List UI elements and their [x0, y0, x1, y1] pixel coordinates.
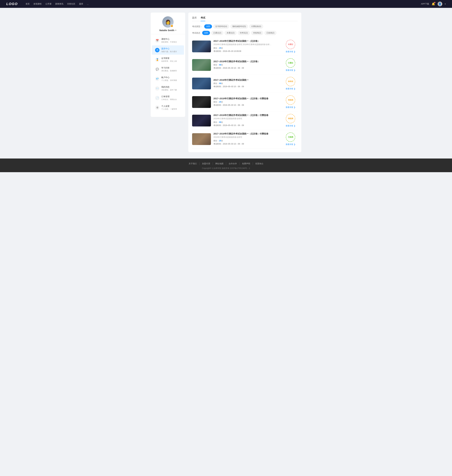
- filter-status-label: 考试状态: [192, 32, 200, 34]
- filter-status-tag-2[interactable]: 未通过(2): [225, 31, 237, 35]
- exam-actions-1: 已通过 查看详情 ❯: [283, 58, 298, 72]
- filter-status-tag-5[interactable]: 已批阅(2): [265, 31, 277, 35]
- filter-type-tag-2[interactable]: 随机抽题考试(5): [230, 24, 248, 29]
- avatar[interactable]: 👤: [438, 2, 442, 6]
- exam-score-0: 得分：25分: [213, 47, 281, 49]
- nav-link-more[interactable]: ...: [87, 3, 89, 5]
- sidebar-item-3[interactable]: 💬 学习问答 课后重温、疑难解答: [152, 65, 184, 74]
- nav-link-qa[interactable]: 问答社区: [67, 2, 75, 5]
- exam-score-3: 得分：25分: [213, 101, 281, 103]
- filter-type-tag-0[interactable]: 全部: [204, 24, 212, 29]
- filter-type-tags: 全部证书类考试(4)随机抽题考试(5)付费批卷(6): [204, 24, 263, 29]
- exam-detail-link-3[interactable]: 查看详情 ❯: [286, 106, 295, 109]
- filter-status-tag-3[interactable]: 待考试(2): [238, 31, 250, 35]
- logo[interactable]: LOGO: [6, 2, 18, 6]
- exam-detail-link-5[interactable]: 查看详情 ❯: [286, 143, 295, 146]
- filter-type-tag-1[interactable]: 证书类考试(4): [213, 24, 229, 29]
- sidebar-item-sub-6: 订单支出、明明白白: [161, 98, 181, 101]
- sidebar-item-5[interactable]: 📨 我的消息 消息通知、及时了解: [152, 84, 184, 93]
- exam-score-1: 得分：99分: [213, 64, 281, 66]
- avatar-wrap: 👩 🏆: [162, 16, 173, 28]
- exam-stamp-3: 待批阅: [286, 95, 295, 105]
- sidebar-item-sub-4: 个人权益、实时掌握: [161, 79, 181, 82]
- nav-link-news[interactable]: 新闻资讯: [55, 2, 63, 5]
- exam-thumb-4: [192, 115, 211, 126]
- footer-copyright: Copyright© 云朵商学院 版权所有 京ICP备17051340号－1: [0, 167, 452, 170]
- filter-status-tag-0[interactable]: 全部: [202, 31, 210, 35]
- sidebar-item-0[interactable]: 📅 课程中心 精彩课程、不容错过: [152, 36, 184, 45]
- exam-time-2: 考试时间：2019–05–03 10：09：09: [213, 85, 281, 88]
- filter-type-tag-3[interactable]: 付费批卷(6): [249, 24, 263, 29]
- sidebar-item-sub-3: 课后重温、疑难解答: [161, 70, 181, 72]
- exam-info-5: 2017–2018年行测证件考试全国统一（北京卷）付费批卷 2018年行测考试是…: [213, 132, 281, 146]
- sidebar-item-4[interactable]: 💎 账户中心 个人权益、实时掌握: [152, 74, 184, 83]
- nav-links: 首页 发现课程 公开课 新闻资讯 问答社区 题库 ...: [26, 2, 416, 5]
- exam-thumb-2: [192, 78, 211, 89]
- exam-time-1: 考试时间：2019–05–03 10：09：09: [213, 67, 281, 69]
- exam-info-3: 2017–2018年行测证件考试全国统一（北京卷）付费批卷 得分：25分 考试时…: [213, 97, 281, 107]
- exam-thumb-5: [192, 133, 211, 145]
- nav-bell-button[interactable]: 🔔: [432, 2, 435, 6]
- exam-stamp-4: 待批阅: [286, 114, 295, 123]
- exam-detail-link-2[interactable]: 查看详情 ❯: [286, 88, 295, 90]
- nav-link-bank[interactable]: 题库: [79, 2, 83, 5]
- exam-title-1: 2017–2018年行测证件考试全国统一（北京卷）: [213, 60, 281, 63]
- exam-detail-link-4[interactable]: 查看详情 ❯: [286, 125, 295, 127]
- filter-status-tag-4[interactable]: 待批阅(2): [251, 31, 263, 35]
- tab-bank[interactable]: 题库: [192, 16, 197, 21]
- sidebar-item-6[interactable]: 📄 订单管理 订单支出、明明白白: [152, 93, 184, 102]
- footer-link-2[interactable]: 网站地图: [213, 162, 226, 165]
- nav-app-download[interactable]: APP下载: [421, 2, 429, 5]
- footer-link-1[interactable]: 加盟代理: [199, 162, 213, 165]
- exam-detail-link-0[interactable]: 查看详情 ❯: [286, 50, 295, 53]
- exam-time-3: 考试时间：2019–05–03 10：09：09: [213, 104, 281, 107]
- exam-detail-link-1[interactable]: 查看详情 ❯: [286, 69, 295, 72]
- sidebar-item-icon-1: ☰: [155, 48, 160, 52]
- table-row: 2017–2018年行测证件考试全国统一（北京卷）付费批卷 得分：25分 考试时…: [192, 93, 298, 111]
- sidebar-item-text-4: 账户中心 个人权益、实时掌握: [161, 76, 181, 82]
- exam-list: 2017–2018年行测证件考试全国统一（北京卷） 2018年行测考试是最值得多…: [192, 37, 298, 149]
- exam-desc-0: 2018年行测考试是最值得多去研究 2018年行测考试是最值得多去研究 2018…: [213, 43, 273, 46]
- sidebar-item-text-0: 课程中心 精彩课程、不容错过: [161, 38, 181, 43]
- sidebar-item-text-6: 订单管理 订单支出、明明白白: [161, 95, 181, 101]
- nav-link-discover[interactable]: 发现课程: [33, 2, 42, 5]
- user-badge: 🏆: [170, 25, 173, 27]
- nav-link-open[interactable]: 公开课: [45, 2, 52, 5]
- nav-link-home[interactable]: 首页: [26, 2, 30, 5]
- exam-info-1: 2017–2018年行测证件考试全国统一（北京卷） 得分：99分 考试时间：20…: [213, 60, 281, 70]
- sidebar-item-title-1: 题库中心: [161, 47, 181, 50]
- filter-status-tag-1[interactable]: 已通过(2): [211, 31, 223, 35]
- filter-row-type: 考试类型： 全部证书类考试(4)随机抽题考试(5)付费批卷(6): [192, 24, 298, 29]
- exam-time-5: 考试时间：2019–05–03 10：09：09: [213, 143, 281, 145]
- footer-link-5[interactable]: 招贤纳士: [253, 162, 266, 165]
- sidebar-item-icon-2: 🏅: [155, 57, 160, 62]
- sidebar-item-icon-5: 📨: [155, 86, 160, 91]
- sidebar-item-2[interactable]: 🏅 证书荣誉 收获荣誉、持证上岗: [152, 55, 184, 64]
- sidebar-item-sub-0: 精彩课程、不容错过: [161, 41, 181, 43]
- exam-title-5: 2017–2018年行测证件考试全国统一（北京卷）付费批卷: [213, 132, 281, 135]
- exam-actions-0: 未通过 查看详情 ❯: [283, 40, 298, 53]
- footer-link-4[interactable]: 免费声明: [239, 162, 253, 165]
- footer-link-3[interactable]: 合作伙伴: [226, 162, 239, 165]
- exam-stamp-5: 已批阅: [286, 132, 295, 142]
- sidebar-item-7[interactable]: ⚙ 个人设置 个人信息、一键管理: [152, 103, 184, 112]
- exam-score-5: 得分：25分: [213, 140, 281, 142]
- exam-actions-2: 待考试 查看详情 ❯: [283, 77, 298, 90]
- footer-link-0[interactable]: 关于我们: [186, 162, 199, 165]
- table-row: 2017–2018年行测证件考试全国统一 得分：99分 考试时间：2019–05…: [192, 74, 298, 93]
- footer: 关于我们加盟代理网站地图合作伙伴免费声明招贤纳士 Copyright© 云朵商学…: [0, 158, 452, 172]
- nav-chevron-icon[interactable]: ▾: [445, 3, 446, 5]
- table-row: 2017–2018年行测证件考试全国统一（北京卷） 2018年行测考试是最值得多…: [192, 37, 298, 56]
- notification-dot: [434, 2, 435, 3]
- sidebar-item-1[interactable]: ☰ 题库中心 海量习题、助力通关: [152, 45, 184, 55]
- exam-title-0: 2017–2018年行测证件考试全国统一（北京卷）: [213, 40, 281, 43]
- exam-title-2: 2017–2018年行测证件考试全国统一: [213, 79, 281, 82]
- sidebar-item-title-0: 课程中心: [161, 38, 181, 41]
- edit-icon[interactable]: ✏: [175, 29, 177, 31]
- filter-row-status: 考试状态 全部已通过(2)未通过(2)待考试(2)待批阅(2)已批阅(2): [192, 31, 298, 35]
- sidebar-username: Natalie Smith ✏: [159, 29, 176, 32]
- sidebar-item-text-3: 学习问答 课后重温、疑难解答: [161, 67, 181, 72]
- nav-right: APP下载 🔔 👤 ▾: [421, 2, 446, 6]
- navbar: LOGO 首页 发现课程 公开课 新闻资讯 问答社区 题库 ... APP下载 …: [0, 0, 452, 8]
- tab-exam[interactable]: 考试: [200, 16, 205, 21]
